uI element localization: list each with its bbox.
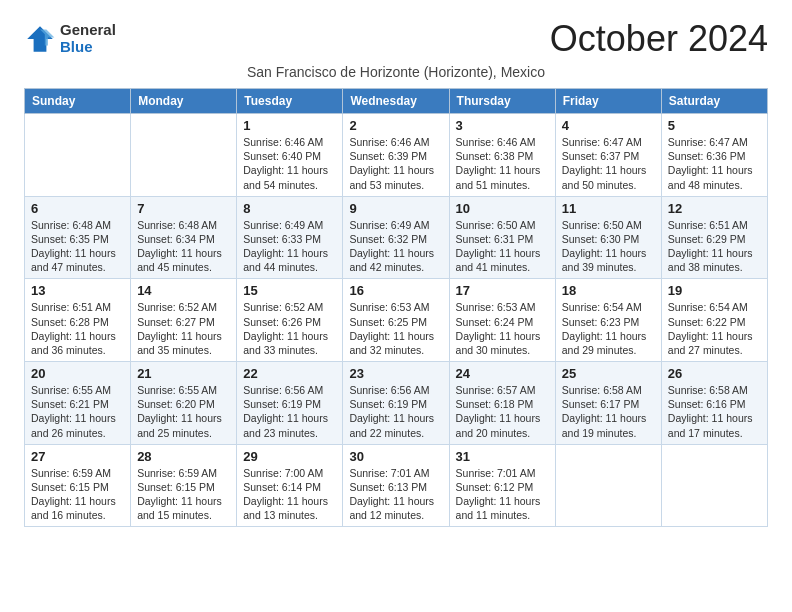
table-row <box>661 444 767 527</box>
table-row: 5 Sunrise: 6:47 AMSunset: 6:36 PMDayligh… <box>661 114 767 197</box>
table-row <box>131 114 237 197</box>
day-info: Sunrise: 6:49 AMSunset: 6:32 PMDaylight:… <box>349 218 442 275</box>
day-info: Sunrise: 6:58 AMSunset: 6:17 PMDaylight:… <box>562 383 655 440</box>
day-info: Sunrise: 6:57 AMSunset: 6:18 PMDaylight:… <box>456 383 549 440</box>
day-info: Sunrise: 6:49 AMSunset: 6:33 PMDaylight:… <box>243 218 336 275</box>
day-info: Sunrise: 6:59 AMSunset: 6:15 PMDaylight:… <box>137 466 230 523</box>
day-number: 3 <box>456 118 549 133</box>
table-row: 3 Sunrise: 6:46 AMSunset: 6:38 PMDayligh… <box>449 114 555 197</box>
day-info: Sunrise: 6:47 AMSunset: 6:36 PMDaylight:… <box>668 135 761 192</box>
table-row: 7 Sunrise: 6:48 AMSunset: 6:34 PMDayligh… <box>131 196 237 279</box>
day-info: Sunrise: 6:53 AMSunset: 6:25 PMDaylight:… <box>349 300 442 357</box>
table-row: 10 Sunrise: 6:50 AMSunset: 6:31 PMDaylig… <box>449 196 555 279</box>
table-row: 26 Sunrise: 6:58 AMSunset: 6:16 PMDaylig… <box>661 362 767 445</box>
logo-text: General Blue <box>60 22 116 55</box>
col-wednesday: Wednesday <box>343 89 449 114</box>
col-thursday: Thursday <box>449 89 555 114</box>
day-number: 26 <box>668 366 761 381</box>
calendar-header-row: Sunday Monday Tuesday Wednesday Thursday… <box>25 89 768 114</box>
day-info: Sunrise: 7:01 AMSunset: 6:13 PMDaylight:… <box>349 466 442 523</box>
svg-marker-0 <box>27 26 53 52</box>
day-number: 29 <box>243 449 336 464</box>
page: General Blue October 2024 San Francisco … <box>0 0 792 545</box>
day-info: Sunrise: 6:46 AMSunset: 6:39 PMDaylight:… <box>349 135 442 192</box>
day-info: Sunrise: 6:50 AMSunset: 6:31 PMDaylight:… <box>456 218 549 275</box>
table-row: 1 Sunrise: 6:46 AMSunset: 6:40 PMDayligh… <box>237 114 343 197</box>
day-number: 9 <box>349 201 442 216</box>
logo-icon <box>24 23 56 55</box>
table-row: 18 Sunrise: 6:54 AMSunset: 6:23 PMDaylig… <box>555 279 661 362</box>
day-number: 14 <box>137 283 230 298</box>
day-info: Sunrise: 7:01 AMSunset: 6:12 PMDaylight:… <box>456 466 549 523</box>
col-friday: Friday <box>555 89 661 114</box>
day-info: Sunrise: 6:53 AMSunset: 6:24 PMDaylight:… <box>456 300 549 357</box>
day-info: Sunrise: 6:56 AMSunset: 6:19 PMDaylight:… <box>349 383 442 440</box>
day-number: 17 <box>456 283 549 298</box>
day-info: Sunrise: 6:52 AMSunset: 6:26 PMDaylight:… <box>243 300 336 357</box>
table-row: 2 Sunrise: 6:46 AMSunset: 6:39 PMDayligh… <box>343 114 449 197</box>
table-row: 24 Sunrise: 6:57 AMSunset: 6:18 PMDaylig… <box>449 362 555 445</box>
calendar-week-row: 1 Sunrise: 6:46 AMSunset: 6:40 PMDayligh… <box>25 114 768 197</box>
day-info: Sunrise: 6:54 AMSunset: 6:22 PMDaylight:… <box>668 300 761 357</box>
day-number: 15 <box>243 283 336 298</box>
table-row: 15 Sunrise: 6:52 AMSunset: 6:26 PMDaylig… <box>237 279 343 362</box>
day-number: 12 <box>668 201 761 216</box>
day-number: 23 <box>349 366 442 381</box>
header: General Blue October 2024 <box>24 18 768 60</box>
day-info: Sunrise: 6:46 AMSunset: 6:38 PMDaylight:… <box>456 135 549 192</box>
table-row: 17 Sunrise: 6:53 AMSunset: 6:24 PMDaylig… <box>449 279 555 362</box>
day-number: 7 <box>137 201 230 216</box>
table-row: 30 Sunrise: 7:01 AMSunset: 6:13 PMDaylig… <box>343 444 449 527</box>
day-info: Sunrise: 6:46 AMSunset: 6:40 PMDaylight:… <box>243 135 336 192</box>
day-number: 18 <box>562 283 655 298</box>
table-row: 11 Sunrise: 6:50 AMSunset: 6:30 PMDaylig… <box>555 196 661 279</box>
table-row: 8 Sunrise: 6:49 AMSunset: 6:33 PMDayligh… <box>237 196 343 279</box>
day-number: 4 <box>562 118 655 133</box>
table-row: 31 Sunrise: 7:01 AMSunset: 6:12 PMDaylig… <box>449 444 555 527</box>
day-number: 24 <box>456 366 549 381</box>
calendar-table: Sunday Monday Tuesday Wednesday Thursday… <box>24 88 768 527</box>
day-info: Sunrise: 6:48 AMSunset: 6:34 PMDaylight:… <box>137 218 230 275</box>
day-info: Sunrise: 6:48 AMSunset: 6:35 PMDaylight:… <box>31 218 124 275</box>
table-row <box>555 444 661 527</box>
day-info: Sunrise: 6:51 AMSunset: 6:28 PMDaylight:… <box>31 300 124 357</box>
subtitle: San Francisco de Horizonte (Horizonte), … <box>24 64 768 80</box>
day-info: Sunrise: 7:00 AMSunset: 6:14 PMDaylight:… <box>243 466 336 523</box>
table-row <box>25 114 131 197</box>
table-row: 29 Sunrise: 7:00 AMSunset: 6:14 PMDaylig… <box>237 444 343 527</box>
table-row: 20 Sunrise: 6:55 AMSunset: 6:21 PMDaylig… <box>25 362 131 445</box>
day-info: Sunrise: 6:52 AMSunset: 6:27 PMDaylight:… <box>137 300 230 357</box>
day-info: Sunrise: 6:54 AMSunset: 6:23 PMDaylight:… <box>562 300 655 357</box>
day-number: 11 <box>562 201 655 216</box>
day-number: 27 <box>31 449 124 464</box>
day-info: Sunrise: 6:55 AMSunset: 6:21 PMDaylight:… <box>31 383 124 440</box>
day-number: 25 <box>562 366 655 381</box>
day-number: 28 <box>137 449 230 464</box>
day-number: 6 <box>31 201 124 216</box>
title-block: October 2024 <box>550 18 768 60</box>
col-tuesday: Tuesday <box>237 89 343 114</box>
table-row: 4 Sunrise: 6:47 AMSunset: 6:37 PMDayligh… <box>555 114 661 197</box>
day-info: Sunrise: 6:50 AMSunset: 6:30 PMDaylight:… <box>562 218 655 275</box>
day-number: 5 <box>668 118 761 133</box>
day-number: 13 <box>31 283 124 298</box>
table-row: 19 Sunrise: 6:54 AMSunset: 6:22 PMDaylig… <box>661 279 767 362</box>
day-number: 8 <box>243 201 336 216</box>
table-row: 21 Sunrise: 6:55 AMSunset: 6:20 PMDaylig… <box>131 362 237 445</box>
col-monday: Monday <box>131 89 237 114</box>
table-row: 12 Sunrise: 6:51 AMSunset: 6:29 PMDaylig… <box>661 196 767 279</box>
day-info: Sunrise: 6:47 AMSunset: 6:37 PMDaylight:… <box>562 135 655 192</box>
col-sunday: Sunday <box>25 89 131 114</box>
day-number: 30 <box>349 449 442 464</box>
calendar-week-row: 13 Sunrise: 6:51 AMSunset: 6:28 PMDaylig… <box>25 279 768 362</box>
day-number: 20 <box>31 366 124 381</box>
table-row: 13 Sunrise: 6:51 AMSunset: 6:28 PMDaylig… <box>25 279 131 362</box>
calendar-week-row: 20 Sunrise: 6:55 AMSunset: 6:21 PMDaylig… <box>25 362 768 445</box>
logo: General Blue <box>24 22 116 55</box>
day-number: 2 <box>349 118 442 133</box>
day-number: 10 <box>456 201 549 216</box>
table-row: 16 Sunrise: 6:53 AMSunset: 6:25 PMDaylig… <box>343 279 449 362</box>
day-info: Sunrise: 6:59 AMSunset: 6:15 PMDaylight:… <box>31 466 124 523</box>
day-number: 22 <box>243 366 336 381</box>
day-number: 19 <box>668 283 761 298</box>
